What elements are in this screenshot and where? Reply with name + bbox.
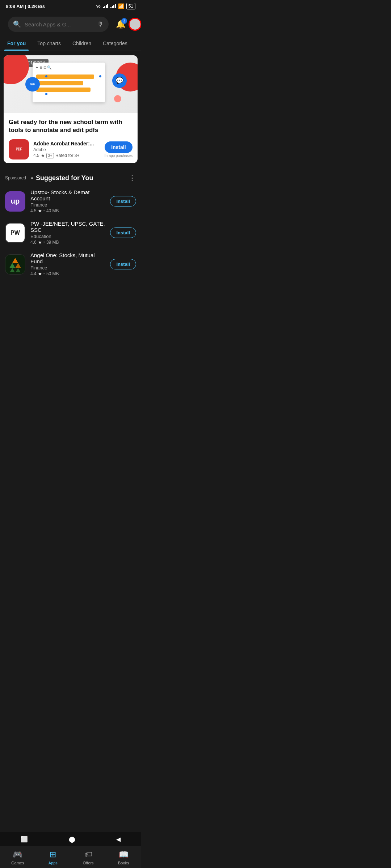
red-circle-left xyxy=(4,55,29,84)
status-bar: 8:08 AM | 0.2KB/s Vo 📶 51 xyxy=(0,0,141,12)
list-item[interactable]: PW PW -JEE/NEET, UPSC, GATE, SSC Educati… xyxy=(0,217,141,248)
yellow-bars xyxy=(33,73,105,93)
avatar-container[interactable] xyxy=(129,18,141,31)
back-button[interactable]: ◀ xyxy=(116,836,121,843)
pdf-mockup: ✦ ⊕ ⊡ 🔍 xyxy=(33,63,105,102)
battery-icon: 51 xyxy=(126,3,135,9)
notification-bell[interactable]: 🔔 3 xyxy=(116,20,126,29)
app-name-pw: PW -JEE/NEET, UPSC, GATE, SSC xyxy=(30,221,105,233)
tab-for-you[interactable]: For you xyxy=(1,36,31,51)
promo-content: Get ready for the new school term with t… xyxy=(4,113,138,163)
install-upstox[interactable]: Install xyxy=(110,196,136,207)
offers-label: Offers xyxy=(83,861,94,865)
install-pw[interactable]: Install xyxy=(110,227,136,238)
handle-bl xyxy=(45,93,47,95)
star-angel: ★ xyxy=(38,271,42,276)
more-options-button[interactable]: ⋮ xyxy=(128,173,136,183)
star-upstox: ★ xyxy=(38,208,42,213)
promo-app-developer: Adobe xyxy=(33,147,100,152)
upstox-icon: up xyxy=(5,191,25,212)
handle-tl xyxy=(45,75,47,77)
in-app-text: In-app purchases xyxy=(105,154,133,158)
app-meta-angel: 4.4 ★ • 50 MB xyxy=(30,271,105,276)
app-category-upstox: Finance xyxy=(30,202,105,208)
promo-card[interactable]: Ends on 01/07/24 ✦ ⊕ ⊡ 🔍 xyxy=(4,55,138,163)
offers-icon: 🏷 xyxy=(84,850,92,859)
tab-children[interactable]: Children xyxy=(67,36,97,51)
app-meta-upstox: 4.5 ★ • 40 MB xyxy=(30,208,105,213)
person-indicator xyxy=(114,95,121,102)
apps-icon: ⊞ xyxy=(50,850,56,859)
nav-apps[interactable]: ⊞ Apps xyxy=(35,846,71,868)
handle-tr xyxy=(99,75,101,77)
tab-categories[interactable]: Categories xyxy=(97,36,133,51)
nav-books[interactable]: 📖 Books xyxy=(106,846,142,868)
svg-marker-0 xyxy=(12,258,18,263)
books-label: Books xyxy=(118,861,129,865)
star-icon: ★ xyxy=(41,153,45,158)
promo-image: Ends on 01/07/24 ✦ ⊕ ⊡ 🔍 xyxy=(4,55,138,113)
section-title: Suggested for You xyxy=(36,174,93,182)
angel-icon xyxy=(5,254,25,275)
books-icon: 📖 xyxy=(119,850,129,859)
app-meta-pw: 4.6 ★ • 39 MB xyxy=(30,240,105,245)
svg-marker-3 xyxy=(9,268,15,272)
nav-offers[interactable]: 🏷 Offers xyxy=(71,846,106,868)
promo-app-rating: 4.5 ★ 3+ Rated for 3+ xyxy=(33,153,100,158)
promo-headline: Get ready for the new school term with t… xyxy=(9,118,133,134)
svg-marker-1 xyxy=(9,263,15,268)
app-list: up Upstox- Stocks & Demat Account Financ… xyxy=(0,186,141,280)
list-item[interactable]: Angel One: Stocks, Mutual Fund Finance 4… xyxy=(0,248,141,280)
app-category-angel: Finance xyxy=(30,265,105,271)
content-area: Ends on 01/07/24 ✦ ⊕ ⊡ 🔍 xyxy=(0,55,141,280)
app-category-pw: Education xyxy=(30,234,105,239)
search-input[interactable] xyxy=(25,21,93,27)
tab-top-charts[interactable]: Top charts xyxy=(31,36,67,51)
section-label-row: Sponsored Suggested for You xyxy=(5,174,93,182)
search-icon: 🔍 xyxy=(13,20,21,28)
app-details-angel: Angel One: Stocks, Mutual Fund Finance 4… xyxy=(30,252,105,276)
install-button[interactable]: Install xyxy=(105,141,132,153)
yellow-bar-3 xyxy=(36,88,91,92)
bottom-nav: 🎮 Games ⊞ Apps 🏷 Offers 📖 Books xyxy=(0,846,141,868)
avatar[interactable] xyxy=(129,18,141,31)
yellow-bar-2 xyxy=(36,81,83,85)
games-icon: 🎮 xyxy=(13,850,22,859)
app-name-angel: Angel One: Stocks, Mutual Fund xyxy=(30,252,105,264)
games-label: Games xyxy=(11,861,24,865)
list-item[interactable]: up Upstox- Stocks & Demat Account Financ… xyxy=(0,186,141,217)
status-time: 8:08 AM | 0.2KB/s xyxy=(6,4,45,9)
apps-label: Apps xyxy=(49,861,58,865)
angel-logo-svg xyxy=(7,256,23,272)
star-pw: ★ xyxy=(38,240,42,245)
status-right: Vo 📶 51 xyxy=(96,3,135,9)
app-name-upstox: Upstox- Stocks & Demat Account xyxy=(30,189,105,201)
dot-sep: • xyxy=(43,208,45,213)
wifi-icon: 📶 xyxy=(118,3,124,9)
install-area: Install In-app purchases xyxy=(105,141,133,158)
pw-icon: PW xyxy=(5,223,25,243)
home-button[interactable]: ⬤ xyxy=(69,836,75,843)
nav-games[interactable]: 🎮 Games xyxy=(0,846,35,868)
install-angel[interactable]: Install xyxy=(110,259,136,269)
app-details-pw: PW -JEE/NEET, UPSC, GATE, SSC Education … xyxy=(30,221,105,245)
chat-circle: 💬 xyxy=(112,73,127,88)
edit-circle: ✏ xyxy=(25,77,40,92)
svg-marker-4 xyxy=(15,268,21,272)
svg-marker-2 xyxy=(15,263,21,268)
promo-app-name: Adobe Acrobat Reader:... xyxy=(33,141,100,146)
recents-button[interactable]: ⬜ xyxy=(21,836,28,843)
promo-app-row: PDF Adobe Acrobat Reader:... Adobe 4.5 ★… xyxy=(9,139,133,159)
promo-visual: ✦ ⊕ ⊡ 🔍 ✏ 💬 xyxy=(4,55,138,113)
promo-app-info: Adobe Acrobat Reader:... Adobe 4.5 ★ 3+ … xyxy=(33,141,100,158)
tabs-row: For you Top charts Children Categories xyxy=(0,36,141,51)
section-dot xyxy=(31,177,33,179)
dot-sep-3: • xyxy=(43,271,45,276)
search-bar[interactable]: 🔍 🎙 xyxy=(8,17,109,32)
vo-label: Vo xyxy=(96,4,101,8)
signal-icon xyxy=(103,4,108,8)
notification-badge: 3 xyxy=(121,18,127,24)
mic-icon[interactable]: 🎙 xyxy=(97,21,104,28)
rated-badge: 3+ xyxy=(46,153,54,158)
signal-icon-2 xyxy=(110,4,116,8)
